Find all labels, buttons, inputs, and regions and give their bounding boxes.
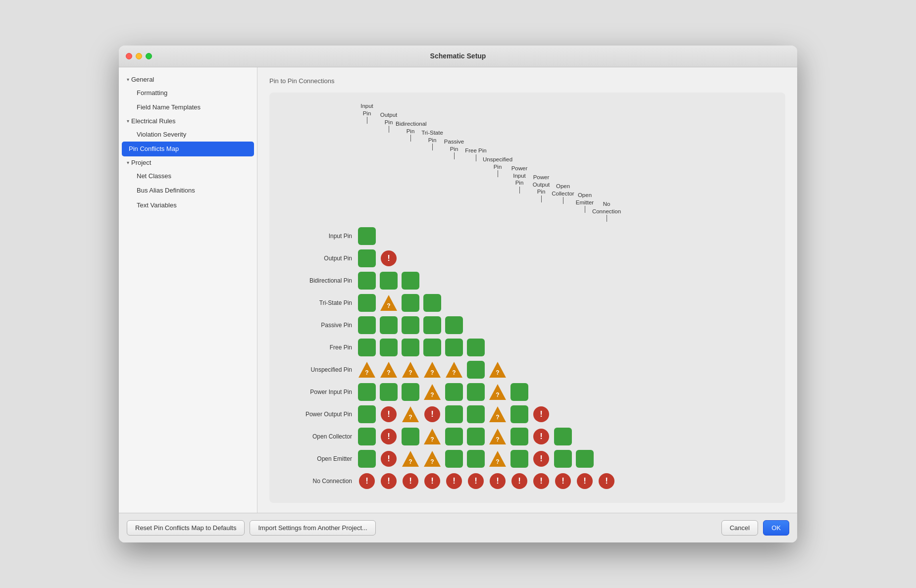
cell-2-0[interactable] — [356, 270, 378, 291]
cell-9-2[interactable] — [400, 426, 421, 447]
cell-9-7[interactable] — [509, 426, 530, 447]
cell-5-1[interactable] — [378, 337, 400, 358]
cell-10-2[interactable] — [400, 448, 421, 469]
sidebar-item-net-classes[interactable]: Net Classes — [119, 169, 257, 184]
cell-8-1[interactable]: ! — [378, 404, 400, 425]
sidebar-item-general[interactable]: ▾ General — [119, 73, 257, 86]
cell-4-1[interactable] — [378, 315, 400, 336]
cell-11-3[interactable]: ! — [421, 471, 443, 491]
cell-8-7[interactable] — [509, 404, 530, 425]
cell-1-1[interactable]: ! — [378, 248, 400, 269]
cell-9-6[interactable] — [487, 426, 509, 447]
cell-10-8[interactable]: ! — [530, 448, 552, 469]
cell-11-9[interactable]: ! — [552, 471, 574, 491]
cell-2-1[interactable] — [378, 270, 400, 291]
cell-4-0[interactable] — [356, 315, 378, 336]
cell-11-1[interactable]: ! — [378, 471, 400, 491]
maximize-button[interactable] — [146, 53, 152, 59]
cell-3-2[interactable] — [400, 293, 421, 313]
cell-10-5[interactable] — [465, 448, 487, 469]
cell-3-1[interactable] — [378, 293, 400, 313]
cell-11-5[interactable]: ! — [465, 471, 487, 491]
status-error-icon: ! — [381, 429, 397, 444]
cell-11-7[interactable]: ! — [509, 471, 530, 491]
cell-7-7[interactable] — [509, 382, 530, 402]
cell-4-2[interactable] — [400, 315, 421, 336]
cell-10-0[interactable] — [356, 448, 378, 469]
cell-10-7[interactable] — [509, 448, 530, 469]
cell-10-10[interactable] — [574, 448, 596, 469]
cell-11-10[interactable]: ! — [574, 471, 596, 491]
cell-8-4[interactable] — [443, 404, 465, 425]
sidebar-item-bus-alias-definitions[interactable]: Bus Alias Definitions — [119, 183, 257, 198]
cell-5-0[interactable] — [356, 337, 378, 358]
cell-11-8[interactable]: ! — [530, 471, 552, 491]
cell-9-5[interactable] — [465, 426, 487, 447]
cell-11-6[interactable]: ! — [487, 471, 509, 491]
cell-10-9[interactable] — [552, 448, 574, 469]
cell-6-1[interactable] — [378, 359, 400, 380]
cancel-button[interactable]: Cancel — [721, 520, 758, 536]
cell-10-6[interactable] — [487, 448, 509, 469]
cell-7-3[interactable] — [421, 382, 443, 402]
cell-9-8[interactable]: ! — [530, 426, 552, 447]
sidebar-item-electrical-rules[interactable]: ▾ Electrical Rules — [119, 115, 257, 127]
cell-0-0[interactable] — [356, 226, 378, 246]
cell-10-1[interactable]: ! — [378, 448, 400, 469]
cell-8-8[interactable]: ! — [530, 404, 552, 425]
cell-8-5[interactable] — [465, 404, 487, 425]
sidebar-item-project[interactable]: ▾ Project — [119, 156, 257, 169]
cell-7-6[interactable] — [487, 382, 509, 402]
sidebar-item-violation-severity[interactable]: Violation Severity — [119, 127, 257, 142]
cell-9-3[interactable] — [421, 426, 443, 447]
sidebar-item-formatting[interactable]: Formatting — [119, 86, 257, 100]
cell-7-5[interactable] — [465, 382, 487, 402]
cell-5-2[interactable] — [400, 337, 421, 358]
cell-7-2[interactable] — [400, 382, 421, 402]
sidebar-item-pin-conflicts-map[interactable]: Pin Conflicts Map — [122, 142, 254, 156]
minimize-button[interactable] — [136, 53, 142, 59]
cell-7-4[interactable] — [443, 382, 465, 402]
cell-9-0[interactable] — [356, 426, 378, 447]
cell-6-4[interactable] — [443, 359, 465, 380]
cell-9-9[interactable] — [552, 426, 574, 447]
cell-10-3[interactable] — [421, 448, 443, 469]
sidebar-item-field-name-templates[interactable]: Field Name Templates — [119, 100, 257, 115]
cell-6-6[interactable] — [487, 359, 509, 380]
cell-1-0[interactable] — [356, 248, 378, 269]
ok-button[interactable]: OK — [763, 520, 789, 536]
cell-7-1[interactable] — [378, 382, 400, 402]
sidebar-label-net-classes: Net Classes — [137, 171, 171, 181]
status-ok-icon — [423, 339, 441, 356]
cell-11-11[interactable]: ! — [596, 471, 617, 491]
cell-5-4[interactable] — [443, 337, 465, 358]
cell-9-4[interactable] — [443, 426, 465, 447]
cell-11-0[interactable]: ! — [356, 471, 378, 491]
cell-7-0[interactable] — [356, 382, 378, 402]
cell-6-5[interactable] — [465, 359, 487, 380]
status-error-icon: ! — [555, 473, 571, 489]
cell-5-5[interactable] — [465, 337, 487, 358]
cell-3-0[interactable] — [356, 293, 378, 313]
cell-8-2[interactable] — [400, 404, 421, 425]
cell-4-3[interactable] — [421, 315, 443, 336]
reset-button[interactable]: Reset Pin Conflicts Map to Defaults — [127, 520, 245, 536]
close-button[interactable] — [126, 53, 132, 59]
cell-8-6[interactable] — [487, 404, 509, 425]
import-button[interactable]: Import Settings from Another Project... — [250, 520, 375, 536]
cell-2-2[interactable] — [400, 270, 421, 291]
sidebar-item-text-variables[interactable]: Text Variables — [119, 198, 257, 213]
cell-5-3[interactable] — [421, 337, 443, 358]
cell-3-3[interactable] — [421, 293, 443, 313]
cell-8-3[interactable]: ! — [421, 404, 443, 425]
cell-9-1[interactable]: ! — [378, 426, 400, 447]
cell-10-4[interactable] — [443, 448, 465, 469]
cell-11-4[interactable]: ! — [443, 471, 465, 491]
cell-6-3[interactable] — [421, 359, 443, 380]
cell-6-2[interactable] — [400, 359, 421, 380]
cell-4-4[interactable] — [443, 315, 465, 336]
col-label-no-connection: No Connection — [592, 200, 621, 215]
cell-11-2[interactable]: ! — [400, 471, 421, 491]
cell-8-0[interactable] — [356, 404, 378, 425]
cell-6-0[interactable] — [356, 359, 378, 380]
